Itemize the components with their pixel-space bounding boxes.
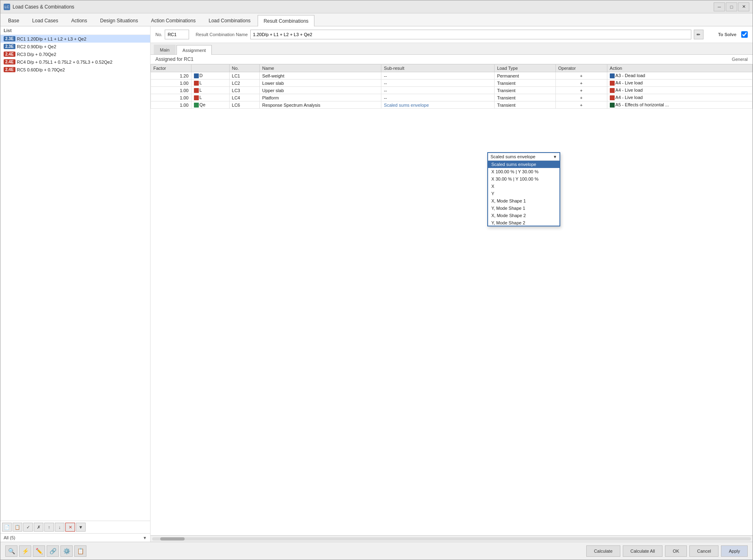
to-solve-checkbox[interactable] — [741, 31, 748, 38]
table-row[interactable]: 1.00 L LC3 Upper slab -- Transient + A4 … — [151, 87, 753, 94]
scrollbar-thumb[interactable] — [160, 537, 185, 541]
edit-name-button[interactable]: ✏ — [694, 30, 704, 39]
operator-cell: + — [555, 72, 607, 80]
dropdown-item[interactable]: Scaled sums envelope — [488, 161, 559, 168]
all-count: All (5) — [4, 535, 141, 540]
tab-actions[interactable]: Actions — [65, 15, 93, 26]
list-item[interactable]: 2.3E RC1 1.20D/p + L1 + L2 + L3 + Qe2 — [0, 35, 150, 43]
name-cell: Lower slab — [260, 80, 381, 87]
check-button[interactable]: ✓ — [23, 523, 33, 532]
ok-button[interactable]: OK — [665, 545, 687, 557]
calculate-button[interactable]: Calculate — [586, 545, 620, 557]
uncheck-button[interactable]: ✗ — [34, 523, 43, 532]
no-input[interactable] — [165, 30, 189, 39]
action-color-indicator — [610, 95, 615, 100]
lc-cell: LC3 — [229, 87, 260, 94]
list-item[interactable]: 2.4E RC3 D/p + 0.70Qe2 — [0, 50, 150, 58]
sidebar-list: 2.3E RC1 1.20D/p + L1 + L2 + L3 + Qe2 2.… — [0, 35, 150, 521]
sidebar-header: List — [0, 26, 150, 35]
dropdown-item[interactable]: X, Mode Shape 2 — [488, 212, 559, 219]
dropdown-toggle-icon[interactable]: ▼ — [553, 155, 557, 159]
table-row[interactable]: 1.20 D LC1 Self-weight -- Permanent + A3… — [151, 72, 753, 80]
tab-result-combinations[interactable]: Result Combinations — [258, 15, 315, 26]
chevron-down-icon[interactable]: ▼ — [143, 536, 147, 540]
horizontal-scrollbar[interactable] — [151, 535, 753, 542]
settings-toolbar-button[interactable]: ⚙️ — [60, 545, 73, 557]
move-down-button[interactable]: ↓ — [55, 523, 65, 532]
to-solve-group: To Solve — [718, 31, 748, 38]
action-cell: A4 - Live load — [607, 87, 752, 94]
tab-load-cases[interactable]: Load Cases — [26, 15, 64, 26]
tab-base[interactable]: Base — [2, 15, 25, 26]
add-item-button[interactable]: 📄 — [2, 523, 12, 532]
col-factor: Factor — [151, 65, 191, 72]
lc-cell: LC4 — [229, 94, 260, 101]
bottom-buttons: Calculate Calculate All OK Cancel Apply — [586, 545, 748, 557]
operator-cell: + — [555, 94, 607, 101]
list-item[interactable]: 2.4E RC4 D/p + 0.75L1 + 0.75L2 + 0.75L3 … — [0, 58, 150, 66]
delete-button[interactable]: ✕ — [65, 523, 75, 532]
scrollbar-track — [152, 537, 751, 541]
dropdown-item[interactable]: Y, Mode Shape 1 — [488, 205, 559, 212]
color-cell: L — [191, 94, 229, 101]
col-action: Action — [607, 65, 752, 72]
tab-design-situations[interactable]: Design Situations — [94, 15, 144, 26]
item-badge: 2.4E — [4, 67, 15, 72]
sidebar-footer-row: All (5) ▼ — [0, 533, 150, 542]
table-row[interactable]: 1.00 L LC4 Platform -- Transient + A4 - … — [151, 94, 753, 101]
dropdown-item[interactable]: X 30.00 % | Y 100.00 % — [488, 175, 559, 183]
close-button[interactable]: ✕ — [738, 2, 749, 11]
table-row[interactable]: 1.00 Qe LC6 Response Spectrum Analysis S… — [151, 101, 753, 109]
name-cell: Platform — [260, 94, 381, 101]
lightning-toolbar-button[interactable]: ⚡ — [19, 545, 31, 557]
tab-load-combinations[interactable]: Load Combinations — [202, 15, 256, 26]
col-name: Name — [260, 65, 381, 72]
tab-assignment[interactable]: Assignment — [176, 45, 212, 55]
col-color — [191, 65, 229, 72]
item-badge: 2.3E — [4, 44, 15, 49]
action-cell: A5 - Effects of horizontal ... — [607, 101, 752, 109]
dropdown-item[interactable]: Y, Mode Shape 2 — [488, 219, 559, 226]
col-loadtype: Load Type — [495, 65, 556, 72]
sidebar-footer: 📄 📋 ✓ ✗ ↑ ↓ ✕ ▼ — [0, 521, 150, 533]
factor-cell: 1.00 — [151, 80, 191, 87]
loadtype-cell: Transient — [495, 94, 556, 101]
clipboard-toolbar-button[interactable]: 📋 — [74, 545, 86, 557]
link-toolbar-button[interactable]: 🔗 — [47, 545, 59, 557]
search-toolbar-button[interactable]: 🔍 — [5, 545, 17, 557]
move-up-button[interactable]: ↑ — [44, 523, 54, 532]
list-item[interactable]: 2.4E RC5 0.60D/p + 0.70Qe2 — [0, 66, 150, 73]
lc-cell: LC2 — [229, 80, 260, 87]
item-text: RC2 0.90D/p + Qe2 — [17, 44, 56, 49]
calculate-all-button[interactable]: Calculate All — [623, 545, 663, 557]
maximize-button[interactable]: □ — [726, 2, 737, 11]
name-label: Result Combination Name — [196, 32, 247, 37]
color-cell: D — [191, 72, 229, 80]
dropdown-item[interactable]: X 100.00 % | Y 30.00 % — [488, 168, 559, 175]
apply-button[interactable]: Apply — [721, 545, 748, 557]
subresult-cell: -- — [381, 72, 495, 80]
right-panel: No. Result Combination Name ✏ To Solve M… — [151, 26, 753, 542]
factor-cell: 1.20 — [151, 72, 191, 80]
general-button[interactable]: General — [732, 57, 748, 62]
menu-tabs: Base Load Cases Actions Design Situation… — [0, 13, 753, 26]
edit-toolbar-button[interactable]: ✏️ — [33, 545, 45, 557]
table-row[interactable]: 1.00 L LC2 Lower slab -- Transient + A4 … — [151, 80, 753, 87]
cancel-button[interactable]: Cancel — [689, 545, 719, 557]
main-window: LC Load Cases & Combinations ─ □ ✕ Base … — [0, 0, 753, 560]
dropdown-item[interactable]: X, Mode Shape 1 — [488, 197, 559, 205]
col-no: No. — [229, 65, 260, 72]
no-label: No. — [155, 32, 162, 37]
dropdown-item[interactable]: Y — [488, 190, 559, 197]
tab-main[interactable]: Main — [154, 45, 176, 54]
tab-action-combinations[interactable]: Action Combinations — [145, 15, 202, 26]
duplicate-button[interactable]: 📋 — [13, 523, 22, 532]
action-color-indicator — [610, 88, 615, 93]
name-input[interactable] — [250, 30, 691, 39]
lc-cell: LC6 — [229, 101, 260, 109]
list-item[interactable]: 2.3E RC2 0.90D/p + Qe2 — [0, 43, 150, 50]
options-button[interactable]: ▼ — [76, 523, 86, 532]
minimize-button[interactable]: ─ — [714, 2, 725, 11]
dropdown-item[interactable]: X — [488, 183, 559, 190]
subresult-cell[interactable]: Scaled sums envelope — [381, 101, 495, 109]
